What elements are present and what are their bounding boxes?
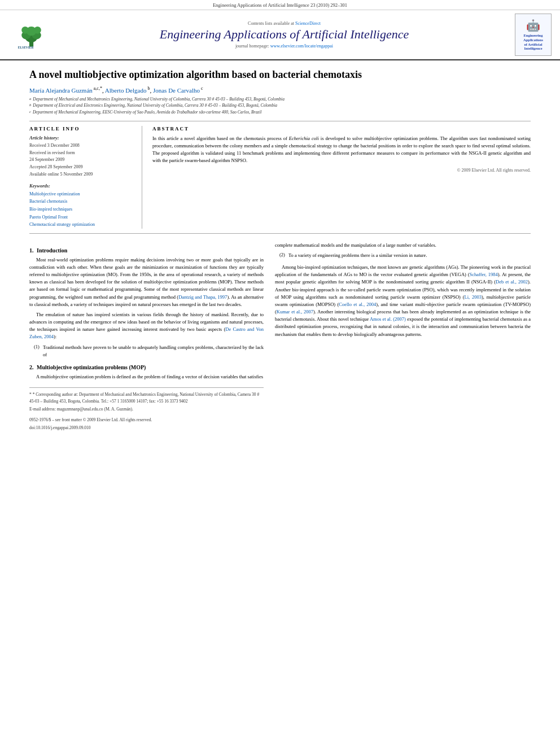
article-info-heading: ARTICLE INFO [29, 126, 135, 132]
abstract-column: ABSTRACT In this article a novel algorit… [152, 126, 531, 229]
history-accepted: Accepted 28 September 2009 [29, 164, 135, 171]
ref-kumar[interactable]: Kumar et al., 2007 [277, 309, 313, 314]
ref-amos[interactable]: Amos et al. (2007) [370, 316, 406, 322]
affil-a: a Department of Mechanical and Mechatron… [29, 96, 531, 102]
journal-title: Engineering Applications of Artificial I… [160, 27, 409, 42]
article-title: A novel multiobjective optimization algo… [29, 68, 531, 81]
intro-heading: 1. Introduction [29, 247, 264, 254]
svg-text:ELSEVIER: ELSEVIER [18, 46, 33, 49]
abstract-copyright: © 2009 Elsevier Ltd. All rights reserved… [152, 168, 531, 173]
ref-schaffer[interactable]: Schaffer, 1984 [469, 272, 497, 277]
keyword-2[interactable]: Bacterial chemotaxis [29, 198, 135, 206]
keyword-5[interactable]: Chemotactical strategy optimization [29, 221, 135, 229]
abstract-heading: ABSTRACT [152, 126, 531, 132]
ref-deb[interactable]: Deb et al., 2002 [496, 279, 528, 285]
keywords-section: Keywords: Multiobjective optimization Ba… [29, 183, 135, 229]
species-name: Echerichia coli [289, 136, 319, 141]
author-2[interactable]: Alberto Delgado [105, 87, 147, 94]
keyword-3[interactable]: Bio-inspired techniques [29, 206, 135, 213]
journal-top-bar: Engineering Applications of Artificial I… [0, 0, 560, 10]
intro-para-1: Most real-world optimization problems re… [29, 256, 264, 308]
journal-citation: Engineering Applications of Artificial I… [213, 2, 347, 8]
svg-point-5 [21, 27, 29, 34]
history-online: Available online 5 November 2009 [29, 171, 135, 178]
article-info-column: ARTICLE INFO Article history: Received 3… [29, 126, 142, 229]
elsevier-logo-area: ELSEVIER [6, 14, 56, 56]
journal-title-area: Contents lists available at ScienceDirec… [61, 14, 508, 56]
journal-homepage-link[interactable]: www.elsevier.com/locate/engappai [270, 43, 333, 49]
svg-point-6 [34, 27, 41, 34]
intro-para-2: The emulation of nature has inspired sci… [29, 311, 264, 341]
keyword-4[interactable]: Pareto Optimal Front [29, 213, 135, 221]
right-continuation: complete mathematical models and the man… [275, 242, 531, 249]
page-bottom-bar: 0952-1976/$ – see front matter © 2009 El… [29, 417, 264, 422]
journal-homepage: journal homepage: www.elsevier.com/locat… [235, 43, 333, 49]
page-container: Engineering Applications of Artificial I… [0, 0, 560, 438]
section2-area: 2. Multiobjective optimization problems … [29, 364, 264, 381]
abstract-text: In this article a novel algorithm based … [152, 135, 531, 165]
history-revised-label: Received in revised form [29, 150, 135, 157]
ai-journal-logo: 🤖 EngineeringApplicationsof ArtificialIn… [515, 14, 552, 56]
authors-line: María Alejandra Guzmán a,c,*, Alberto De… [29, 86, 531, 94]
issn-text: 0952-1976/$ – see front matter © 2009 El… [29, 417, 152, 422]
keywords-label: Keywords: [29, 183, 135, 189]
history-received: Received 3 December 2008 [29, 142, 135, 150]
ai-logo-text: EngineeringApplicationsof ArtificialInte… [523, 33, 543, 51]
footnotes: * * Corresponding author at: Department … [29, 387, 264, 413]
footnote-star: * * Corresponding author at: Department … [29, 391, 264, 405]
numbered-item-1: (1) Traditional methods have proven to b… [34, 344, 264, 359]
affiliations: a Department of Mechanical and Mechatron… [29, 96, 531, 115]
doi-line: doi:10.1016/j.engappai.2009.09.010 [29, 424, 264, 430]
ref-coello[interactable]: Coello et al., 2004 [339, 302, 376, 307]
main-content: 1. Introduction Most real-world optimiza… [29, 242, 531, 430]
ref-dantzig[interactable]: Dantzig and Thapa, 1997 [178, 294, 227, 300]
keyword-1[interactable]: Multiobjective optimization [29, 190, 135, 198]
info-abstract-section: ARTICLE INFO Article history: Received 3… [29, 121, 531, 234]
ai-logo-icon: 🤖 [526, 19, 540, 32]
author-1[interactable]: María Alejandra Guzmán [29, 87, 93, 94]
journal-header: ELSEVIER Contents lists available at Sci… [0, 10, 560, 60]
sciencedirect-link[interactable]: ScienceDirect [295, 21, 321, 26]
author-3[interactable]: Jonas De Carvalho [153, 87, 200, 94]
article-history: Article history: Received 3 December 200… [29, 135, 135, 178]
numbered-item-2: (2) To a variety of engineering problems… [279, 252, 531, 259]
history-revised-date: 24 September 2009 [29, 156, 135, 164]
left-column: 1. Introduction Most real-world optimiza… [29, 242, 264, 430]
ref-decastro[interactable]: De Castro and Von Zuben, 2004 [29, 326, 264, 339]
doi-text: doi:10.1016/j.engappai.2009.09.010 [29, 425, 91, 430]
elsevier-tree-icon: ELSEVIER [16, 21, 47, 49]
right-bio-para: Among bio-inspired optimization techniqu… [275, 264, 531, 338]
article-body: A novel multiobjective optimization algo… [0, 60, 560, 438]
section2-heading: 2. Multiobjective optimization problems … [29, 364, 264, 370]
section2-para-1: A multiobjective optimization problem is… [29, 373, 264, 381]
ai-logo-area: 🤖 EngineeringApplicationsof ArtificialIn… [512, 14, 554, 56]
ref-li[interactable]: Li, 2003 [465, 294, 482, 300]
footnote-email: E-mail address: maguzmnanp@unal.edu.co (… [29, 406, 264, 413]
right-column: complete mathematical models and the man… [275, 242, 531, 430]
affil-b: b Department of Electrical and Electroni… [29, 102, 531, 108]
affil-c: c Department of Mechanical Engineering, … [29, 109, 531, 115]
sciencedirect-label: Contents lists available at ScienceDirec… [248, 21, 321, 26]
history-label: Article history: [29, 135, 135, 141]
